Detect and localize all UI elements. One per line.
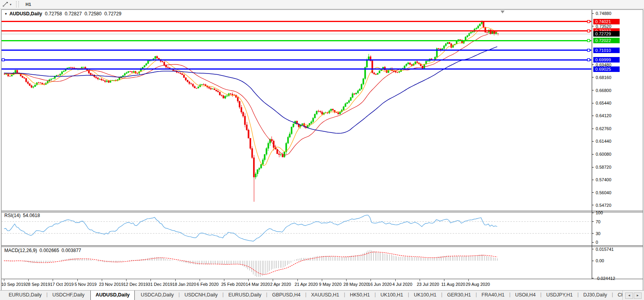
rsi-tick — [592, 233, 594, 234]
price-tick — [592, 129, 594, 129]
price-tick — [592, 64, 594, 65]
price-chart-canvas[interactable] — [2, 10, 591, 211]
chart-tab-eurusd-daily-5[interactable]: EURUSD,Daily — [224, 291, 266, 300]
tabs-scroll-left-icon[interactable]: ◄ — [625, 293, 633, 299]
macd-chart-canvas[interactable] — [2, 247, 591, 279]
date-tick — [224, 279, 224, 281]
chart-tab-uk100-h1-9[interactable]: UK100,H1 — [376, 291, 408, 300]
chevron-down-icon: ▾ — [10, 3, 11, 6]
tab-scroll-buttons: ◄ ► — [622, 291, 644, 300]
rsi-tick-label: 70 — [596, 219, 600, 224]
price-badge-0.74021: 0.74021 — [593, 19, 620, 24]
price-tick-label: 0.66800 — [596, 88, 611, 93]
trendline-icon — [2, 2, 9, 7]
rsi-tick-label: 30 — [596, 231, 600, 236]
rsi-pane: RSI(14)54.0618 — [2, 212, 643, 245]
date-label: 5 Nov 2019 — [75, 282, 97, 287]
date-label: 31 Dec 2019 — [148, 282, 172, 287]
date-label: 29 Aug 2020 — [466, 282, 490, 287]
macd-name: MACD(12,26,9) — [4, 248, 37, 253]
date-tick — [28, 279, 29, 281]
date-tick — [273, 279, 273, 281]
ohlc-high: 0.72827 — [65, 11, 82, 17]
chart-tab-usdcad-daily-3[interactable]: USDCAD,Daily — [136, 291, 178, 300]
date-tick — [150, 279, 151, 281]
date-tick — [420, 279, 420, 281]
macd-tick — [592, 278, 594, 278]
price-tick-label: 0.57400 — [596, 177, 611, 182]
date-axis[interactable]: 10 Sep 201928 Sep 201917 Oct 20195 Nov 2… — [2, 279, 643, 290]
date-label: 11 Aug 2020 — [441, 282, 465, 287]
macd-label: MACD(12,26,9)0.0026650.003877 — [4, 248, 84, 253]
date-tick — [4, 279, 4, 281]
timeframe-button-h1[interactable]: H1 — [22, 1, 38, 8]
ohlc-open: 0.72758 — [45, 11, 62, 17]
price-tick — [592, 154, 594, 155]
chart-tab-fra40-h1-12[interactable]: FRA40,H1 — [477, 291, 509, 300]
price-badge-0.69999: 0.69999 — [593, 57, 620, 63]
chart-tab-audusd-daily-2[interactable]: AUDUSD,Daily — [90, 291, 135, 300]
price-tick — [592, 103, 594, 103]
chart-tab-usdcnh-daily-4[interactable]: USDCNH,Daily — [180, 291, 222, 300]
collapse-triangle-icon: ▼ — [4, 12, 7, 16]
line-tools-icon[interactable]: ▾ — [1, 1, 13, 8]
date-label: 10 Sep 2019 — [2, 282, 26, 287]
chart-tab-hk50-h1-8[interactable]: HK50,H1 — [345, 291, 374, 300]
price-badge-0.72022: 0.72022 — [593, 38, 620, 43]
price-tick-label: 0.68160 — [596, 75, 611, 80]
date-tick — [126, 279, 127, 281]
rsi-tick-label: 0 — [596, 240, 598, 245]
ohlc-close: 0.72729 — [104, 11, 121, 17]
chart-tab-usdchf-daily-1[interactable]: USDCHF,Daily — [48, 291, 89, 300]
chart-tab-china300-h1-16[interactable]: CHINA300,H1 — [613, 291, 622, 300]
price-tick-label: 0.61440 — [596, 139, 611, 144]
price-tick-label: 0.58720 — [596, 165, 611, 169]
date-tick — [395, 279, 396, 281]
date-tick — [346, 279, 347, 281]
chart-tab-dj30-daily-15[interactable]: DJ30,Daily — [579, 291, 612, 300]
date-label: 23 Nov 2019 — [99, 282, 123, 287]
date-label: 14 Mar 2020 — [246, 282, 270, 287]
date-tick — [102, 279, 102, 281]
toolbar-grip[interactable] — [16, 1, 19, 7]
price-tick-label: 0.62760 — [596, 126, 611, 131]
ohlc-low: 0.72580 — [84, 11, 101, 17]
chart-tab-uk100-h1-10[interactable]: UK100,H1 — [409, 291, 441, 300]
macd-tick-label: 0.00 — [596, 258, 604, 263]
chart-tab-usoil-h4-13[interactable]: USOil,H4 — [510, 291, 540, 300]
chart-tab-gbpusd-h4-6[interactable]: GBPUSD,H4 — [267, 291, 305, 300]
macd-tick-label: -0.024412 — [596, 276, 615, 281]
chart-tabs: EURUSD,Daily|USDCHF,Daily|AUDUSD,Daily|U… — [0, 291, 622, 300]
date-tick — [371, 279, 371, 281]
price-tick-label: 0.60080 — [596, 152, 611, 156]
chart-symbol: AUDUSD,Daily — [9, 11, 42, 17]
price-tick — [592, 205, 594, 205]
chart-tab-usdjpy-h1-14[interactable]: USDJPY,H1 — [541, 291, 577, 300]
chart-tab-ger30-h1-11[interactable]: GER30,H1 — [442, 291, 475, 300]
chart-tab-eurusd-daily-0[interactable]: EURUSD,Daily — [4, 291, 46, 300]
macd-value-main: 0.002665 — [39, 248, 59, 253]
rsi-tick — [592, 242, 594, 243]
price-tick-label: 0.64120 — [596, 113, 611, 118]
date-tick — [53, 279, 53, 281]
date-tick — [322, 279, 322, 281]
rsi-chart-canvas[interactable] — [2, 212, 591, 245]
price-tick — [592, 167, 594, 167]
macd-tick — [592, 261, 594, 261]
price-tick — [592, 13, 594, 14]
price-tick-label: 0.65440 — [596, 101, 611, 105]
chart-tab-xauusd-h1-7[interactable]: XAUUSD,H1 — [306, 291, 344, 300]
price-tick-label: 0.74880 — [596, 11, 611, 16]
date-label: 25 Feb 2020 — [221, 282, 246, 287]
price-axis[interactable]: 0.748800.735200.694800.681600.668000.654… — [592, 10, 643, 279]
macd-tick-label: 0.015741 — [596, 247, 614, 252]
price-tick — [592, 26, 594, 26]
date-label: 28 May 2020 — [343, 282, 369, 287]
tabs-scroll-right-icon[interactable]: ► — [634, 293, 642, 299]
date-label: 12 Dec 2019 — [123, 282, 148, 287]
date-label: 6 Feb 2020 — [197, 282, 219, 287]
price-tick — [592, 77, 594, 77]
price-tick — [592, 192, 594, 193]
price-tick — [592, 141, 594, 142]
price-tick — [592, 116, 594, 116]
